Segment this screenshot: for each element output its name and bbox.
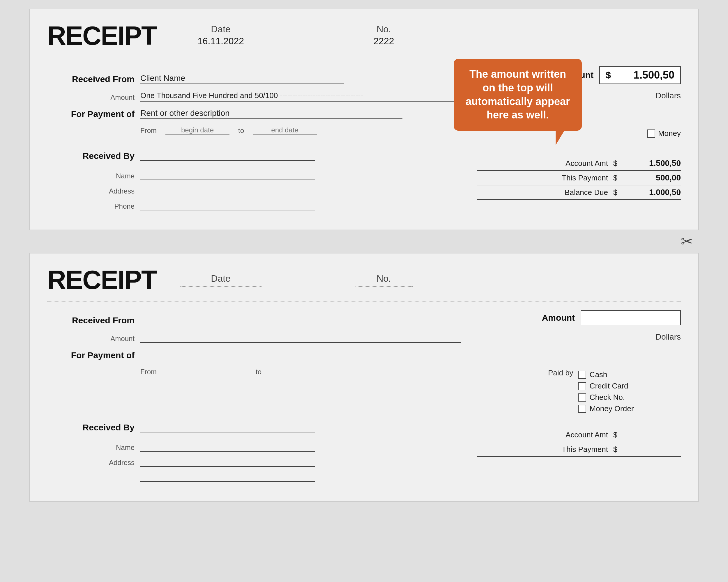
amount-value: 1.500,50 — [616, 69, 674, 81]
dollars-label: Dollars — [655, 91, 681, 101]
received-from-label: Received From — [47, 74, 140, 84]
r2-name-label: Name — [47, 443, 140, 452]
receipt-2-date-no-group: Date No. — [180, 273, 681, 287]
r2-received-from-row: Received From — [47, 315, 542, 325]
r2-received-by-row: Received By — [47, 422, 460, 433]
this-payment-row: This Payment $ 500,00 — [477, 171, 681, 185]
money-order-checkbox[interactable] — [647, 130, 655, 138]
r2-check-no-row: Check No. — [578, 393, 681, 402]
r2-to-field[interactable] — [270, 367, 352, 376]
account-amt-row: Account Amt $ 1.500,50 — [477, 156, 681, 171]
r2-credit-card-row: Credit Card — [578, 382, 681, 390]
r2-from-to-group: From to — [47, 367, 548, 376]
address-row: Address — [47, 185, 460, 195]
r2-name-field[interactable] — [140, 441, 315, 452]
r2-received-from-field[interactable] — [140, 315, 344, 325]
r2-for-payment-row: For Payment of — [47, 350, 681, 360]
receipt-1-title: RECEIPT — [47, 21, 157, 51]
receipt-2: RECEIPT Date No. Received From Amount — [29, 253, 699, 502]
phone-field[interactable] — [140, 200, 315, 211]
r2-amount-written-field[interactable] — [140, 332, 461, 343]
r2-cash-label: Cash — [590, 370, 607, 379]
receipt-1-date-no-group: Date 16.11.2022 No. 2222 — [180, 24, 681, 48]
callout-tooltip: The amount written on the top will autom… — [454, 59, 582, 131]
account-amt-value[interactable]: 1.500,50 — [623, 159, 681, 168]
receipt-1: RECEIPT Date 16.11.2022 No. 2222 Receive… — [29, 9, 699, 230]
to-field[interactable]: end date — [253, 126, 317, 135]
amount-written-label: Amount — [47, 93, 140, 102]
receipt-1-date-group: Date 16.11.2022 — [180, 24, 261, 48]
r2-check-no-field[interactable] — [628, 394, 681, 401]
r2-amount-box[interactable] — [581, 310, 681, 325]
callout-text: The amount written on the top will autom… — [466, 68, 570, 121]
from-to-paidby-row: From begin date to end date Money — [47, 126, 681, 142]
name-row: Name — [47, 170, 460, 180]
receipt-1-no-group: No. 2222 — [355, 24, 413, 48]
r2-to-label: to — [256, 368, 261, 376]
r2-credit-card-checkbox[interactable] — [578, 382, 586, 390]
received-from-field[interactable]: Client Name — [140, 74, 344, 84]
received-by-label: Received By — [47, 151, 140, 161]
balance-due-value[interactable]: 1.000,50 — [623, 188, 681, 197]
amount-box[interactable]: $ 1.500,50 — [599, 66, 681, 84]
r2-account-amt-label: Account Amt — [477, 431, 608, 439]
r2-account-amt-row: Account Amt $ — [477, 428, 681, 442]
phone-label: Phone — [47, 202, 140, 211]
r2-check-no-checkbox[interactable] — [578, 393, 586, 401]
receipt-2-title: RECEIPT — [47, 265, 157, 295]
r2-this-payment-value[interactable] — [623, 445, 681, 454]
r2-no-label: No. — [376, 273, 391, 284]
receipt-2-no-group: No. — [355, 273, 413, 287]
r2-for-payment-field[interactable] — [140, 350, 402, 360]
no-label: No. — [376, 24, 391, 35]
date-label: Date — [211, 24, 231, 35]
left-col: Received By Name Address Phone — [47, 150, 460, 215]
r2-this-payment-label: This Payment — [477, 445, 608, 454]
from-field[interactable]: begin date — [165, 126, 230, 135]
for-payment-field[interactable]: Rent or other description — [140, 109, 402, 119]
this-payment-label: This Payment — [477, 173, 608, 183]
this-payment-value[interactable]: 500,00 — [623, 173, 681, 183]
r2-for-payment-label: For Payment of — [47, 350, 140, 360]
r2-totals-section: Account Amt $ This Payment $ — [477, 428, 681, 457]
totals-section: Account Amt $ 1.500,50 This Payment $ 50… — [477, 156, 681, 200]
r2-date-value[interactable] — [180, 285, 261, 287]
amount-written-field[interactable]: One Thousand Five Hundred and 50/100 ---… — [140, 91, 461, 102]
no-value[interactable]: 2222 — [355, 36, 413, 48]
r2-amount-value[interactable] — [587, 313, 674, 323]
r2-from-field[interactable] — [165, 367, 247, 376]
r2-received-by-field[interactable] — [140, 422, 315, 433]
r2-money-order-label: Money Order — [590, 404, 634, 413]
receipt-1-header: RECEIPT Date 16.11.2022 No. 2222 — [47, 21, 681, 57]
r2-no-value[interactable] — [355, 285, 413, 287]
r2-account-amt-value[interactable] — [623, 430, 681, 439]
received-by-field[interactable] — [140, 150, 315, 161]
bottom-two-col: Received By Name Address Phone — [47, 150, 681, 215]
r2-address-label: Address — [47, 459, 140, 467]
phone-row: Phone — [47, 200, 460, 211]
date-value[interactable]: 16.11.2022 — [180, 36, 261, 48]
r2-money-order-row: Money Order — [578, 404, 681, 413]
address-label: Address — [47, 187, 140, 195]
r2-this-payment-dollar: $ — [611, 445, 620, 454]
received-by-row: Received By — [47, 150, 460, 161]
r2-money-order-checkbox[interactable] — [578, 405, 586, 413]
r2-amount-written-row: Amount Dollars — [47, 332, 681, 343]
r2-cash-checkbox[interactable] — [578, 371, 586, 379]
name-field[interactable] — [140, 170, 315, 180]
r2-account-amt-dollar: $ — [611, 431, 620, 439]
r2-phone-row: Phone — [47, 471, 460, 482]
r2-this-payment-row: This Payment $ — [477, 442, 681, 457]
from-label: From — [140, 127, 157, 135]
account-amt-dollar: $ — [611, 159, 620, 168]
amount-written-row: Amount One Thousand Five Hundred and 50/… — [47, 91, 681, 102]
for-payment-label: For Payment of — [47, 109, 140, 119]
paid-by-partial: Money — [647, 129, 681, 138]
page-wrapper: RECEIPT Date 16.11.2022 No. 2222 Receive… — [0, 0, 728, 582]
address-field[interactable] — [140, 185, 315, 195]
receipt-2-date-group: Date — [180, 273, 261, 287]
r2-address-field[interactable] — [140, 456, 315, 467]
r2-phone-field[interactable] — [140, 471, 315, 482]
r2-bottom-two-col: Received By Name Address Phone — [47, 422, 681, 487]
balance-due-row: Balance Due $ 1.000,50 — [477, 185, 681, 200]
